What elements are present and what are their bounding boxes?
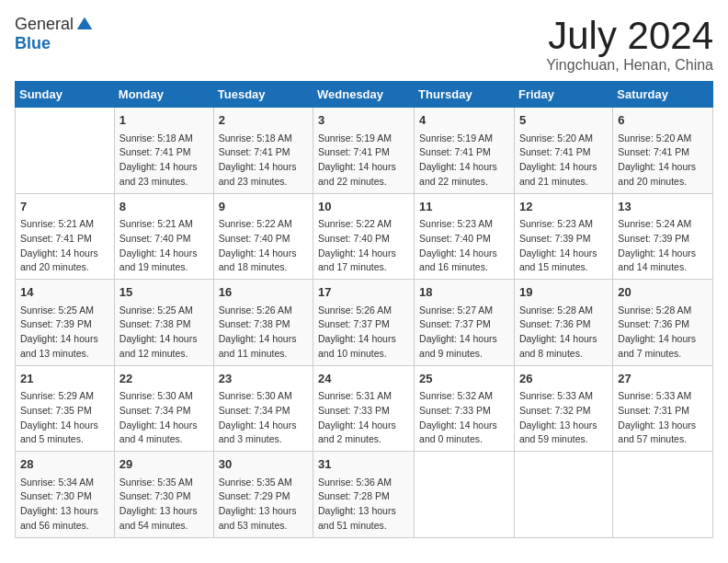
cell-content: Daylight: 14 hours — [419, 160, 509, 175]
calendar-cell: 18Sunrise: 5:27 AMSunset: 7:37 PMDayligh… — [415, 280, 515, 366]
cell-content: and 57 minutes. — [618, 432, 708, 447]
column-header-friday: Friday — [514, 82, 612, 108]
cell-content: Sunrise: 5:18 AM — [219, 132, 308, 146]
calendar-cell: 16Sunrise: 5:26 AMSunset: 7:38 PMDayligh… — [213, 280, 313, 366]
calendar-cell: 3Sunrise: 5:19 AMSunset: 7:41 PMDaylight… — [313, 108, 415, 194]
day-number: 12 — [519, 198, 608, 216]
day-number: 25 — [419, 370, 509, 388]
calendar-cell: 9Sunrise: 5:22 AMSunset: 7:40 PMDaylight… — [213, 193, 313, 280]
cell-content: Sunrise: 5:28 AM — [618, 304, 708, 318]
cell-content: and 9 minutes. — [419, 347, 509, 362]
cell-content: Daylight: 14 hours — [318, 247, 409, 261]
cell-content: Sunrise: 5:21 AM — [20, 217, 109, 232]
day-number: 28 — [20, 455, 109, 474]
cell-content: Sunset: 7:40 PM — [119, 232, 209, 247]
cell-content: Sunset: 7:36 PM — [618, 317, 708, 332]
title-block: July 2024 Yingchuan, Henan, China — [546, 15, 713, 74]
calendar-cell — [16, 108, 115, 194]
calendar-cell: 31Sunrise: 5:36 AMSunset: 7:28 PMDayligh… — [313, 452, 415, 538]
cell-content: Daylight: 14 hours — [20, 419, 109, 433]
cell-content: Daylight: 14 hours — [318, 160, 409, 175]
calendar-cell: 4Sunrise: 5:19 AMSunset: 7:41 PMDaylight… — [415, 108, 515, 194]
cell-content: Sunrise: 5:35 AM — [219, 476, 308, 490]
cell-content: Sunset: 7:40 PM — [219, 232, 308, 247]
cell-content: Sunset: 7:41 PM — [618, 145, 708, 160]
cell-content: and 3 minutes. — [219, 432, 308, 447]
cell-content: Sunset: 7:41 PM — [219, 145, 308, 160]
page-header: General Blue July 2024 Yingchuan, Henan,… — [15, 15, 713, 74]
calendar-cell: 14Sunrise: 5:25 AMSunset: 7:39 PMDayligh… — [16, 280, 115, 366]
cell-content: and 22 minutes. — [318, 175, 409, 190]
cell-content: Daylight: 14 hours — [20, 332, 109, 347]
cell-content: Sunset: 7:28 PM — [318, 489, 409, 504]
column-header-saturday: Saturday — [613, 82, 713, 108]
cell-content: Sunrise: 5:18 AM — [119, 132, 209, 146]
cell-content: Sunset: 7:41 PM — [318, 145, 409, 160]
cell-content: Sunrise: 5:28 AM — [519, 304, 608, 318]
cell-content: and 11 minutes. — [219, 347, 308, 362]
day-number: 8 — [119, 198, 209, 216]
day-number: 4 — [419, 111, 509, 130]
cell-content: Sunrise: 5:20 AM — [519, 132, 608, 146]
day-number: 23 — [219, 370, 308, 388]
cell-content: and 53 minutes. — [219, 519, 308, 534]
calendar-cell: 19Sunrise: 5:28 AMSunset: 7:36 PMDayligh… — [514, 280, 612, 366]
cell-content: Sunset: 7:40 PM — [318, 232, 409, 247]
cell-content: Sunset: 7:40 PM — [419, 232, 509, 247]
cell-content: Daylight: 14 hours — [618, 332, 708, 347]
cell-content: Daylight: 14 hours — [20, 247, 109, 261]
cell-content: Sunrise: 5:31 AM — [318, 389, 409, 404]
cell-content: Sunset: 7:36 PM — [519, 317, 608, 332]
cell-content: Sunrise: 5:23 AM — [519, 217, 608, 232]
cell-content: Sunset: 7:41 PM — [419, 145, 509, 160]
day-number: 6 — [618, 111, 708, 130]
day-number: 26 — [519, 370, 608, 388]
cell-content: Sunrise: 5:25 AM — [20, 304, 109, 318]
cell-content: Daylight: 14 hours — [419, 419, 509, 433]
cell-content: Daylight: 14 hours — [318, 332, 409, 347]
cell-content: and 14 minutes. — [618, 260, 708, 275]
day-number: 10 — [318, 198, 409, 216]
cell-content: Sunrise: 5:21 AM — [119, 217, 209, 232]
day-number: 7 — [20, 198, 109, 216]
calendar-cell: 17Sunrise: 5:26 AMSunset: 7:37 PMDayligh… — [313, 280, 415, 366]
cell-content: Sunrise: 5:20 AM — [618, 132, 708, 146]
day-number: 16 — [219, 283, 308, 302]
cell-content: and 13 minutes. — [20, 347, 109, 362]
cell-content: Sunrise: 5:23 AM — [419, 217, 509, 232]
cell-content: Daylight: 14 hours — [318, 419, 409, 433]
cell-content: Daylight: 13 hours — [618, 419, 708, 433]
cell-content: Sunrise: 5:26 AM — [318, 304, 409, 318]
cell-content: and 8 minutes. — [519, 347, 608, 362]
cell-content: and 12 minutes. — [119, 347, 209, 362]
day-number: 31 — [318, 455, 409, 474]
cell-content: Sunrise: 5:22 AM — [219, 217, 308, 232]
cell-content: Sunset: 7:38 PM — [119, 317, 209, 332]
day-number: 29 — [119, 455, 209, 474]
cell-content: Daylight: 14 hours — [519, 247, 608, 261]
calendar-cell: 11Sunrise: 5:23 AMSunset: 7:40 PMDayligh… — [415, 193, 515, 280]
cell-content: Daylight: 14 hours — [219, 247, 308, 261]
cell-content: Sunrise: 5:30 AM — [219, 389, 308, 404]
cell-content: and 59 minutes. — [519, 432, 608, 447]
cell-content: Sunset: 7:32 PM — [519, 404, 608, 419]
calendar-cell: 12Sunrise: 5:23 AMSunset: 7:39 PMDayligh… — [514, 193, 612, 280]
calendar-cell: 1Sunrise: 5:18 AMSunset: 7:41 PMDaylight… — [114, 108, 213, 194]
day-number: 1 — [119, 111, 209, 130]
day-number: 21 — [20, 370, 109, 388]
cell-content: Sunrise: 5:32 AM — [419, 389, 509, 404]
cell-content: Sunset: 7:39 PM — [20, 317, 109, 332]
day-number: 30 — [219, 455, 308, 474]
day-number: 14 — [20, 283, 109, 302]
cell-content: Sunrise: 5:24 AM — [618, 217, 708, 232]
cell-content: Daylight: 14 hours — [119, 332, 209, 347]
cell-content: and 54 minutes. — [119, 519, 209, 534]
cell-content: Sunset: 7:39 PM — [618, 232, 708, 247]
day-number: 13 — [618, 198, 708, 216]
day-number: 18 — [419, 283, 509, 302]
cell-content: Daylight: 14 hours — [119, 419, 209, 433]
day-number: 2 — [219, 111, 308, 130]
cell-content: Daylight: 14 hours — [119, 247, 209, 261]
day-number: 20 — [618, 283, 708, 302]
cell-content: Sunrise: 5:19 AM — [318, 132, 409, 146]
